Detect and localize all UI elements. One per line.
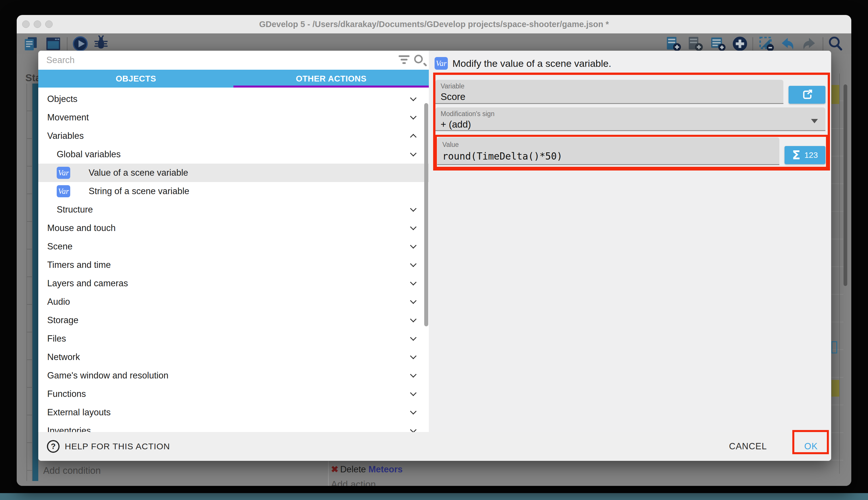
- chevron-down-icon: [410, 113, 417, 120]
- condition-action-divider: [328, 460, 329, 486]
- modification-sign-field[interactable]: Modification's sign + (add): [435, 107, 825, 131]
- event-row-lines: [831, 73, 843, 474]
- list-item-string-of-scene-variable[interactable]: VarString of a scene variable: [38, 182, 429, 201]
- toolbar-separator: [822, 37, 823, 50]
- chevron-down-icon: [410, 408, 417, 415]
- window-title: GDevelop 5 - /Users/dkarakay/Documents/G…: [17, 15, 851, 33]
- list-item-value-of-scene-variable[interactable]: VarValue of a scene variable: [38, 163, 429, 182]
- chevron-down-icon: [410, 95, 417, 101]
- toolbar-separator: [752, 37, 753, 50]
- search-magnifier-icon[interactable]: [414, 55, 423, 64]
- chevron-down-icon: [410, 297, 417, 304]
- chevron-down-icon: [410, 242, 417, 249]
- redo-icon[interactable]: [801, 35, 818, 52]
- play-icon[interactable]: [72, 35, 89, 52]
- cancel-button[interactable]: CANCEL: [729, 432, 767, 461]
- event-indent-bar: [33, 83, 38, 481]
- var-icon: Var: [57, 185, 70, 197]
- search-input[interactable]: [46, 53, 392, 67]
- list-item-objects[interactable]: Objects: [38, 90, 429, 108]
- ok-button[interactable]: OK: [798, 432, 824, 461]
- chevron-down-icon: [410, 390, 417, 396]
- list-item-structure[interactable]: Structure: [38, 201, 429, 219]
- list-item-mouse-and-touch[interactable]: Mouse and touch: [38, 219, 429, 237]
- list-item-variables[interactable]: Variables: [38, 127, 429, 145]
- list-item-files[interactable]: Files: [38, 329, 429, 348]
- delete-x-icon: ✖: [331, 464, 338, 474]
- add-comment-icon[interactable]: [710, 35, 726, 52]
- delete-action-row: ✖Delete Meteors: [331, 464, 403, 475]
- expression-builder-button[interactable]: Σ 123: [785, 146, 825, 164]
- list-item-movement[interactable]: Movement: [38, 108, 429, 127]
- tab-other-actions[interactable]: OTHER ACTIONS: [234, 70, 429, 88]
- open-variable-editor-button[interactable]: [788, 86, 825, 104]
- toolbar-separator: [67, 37, 68, 50]
- search-bar: [38, 51, 429, 70]
- delete-action-object: Meteors: [368, 464, 403, 474]
- scene-editor-icon[interactable]: [45, 35, 62, 52]
- list-item-audio[interactable]: Audio: [38, 293, 429, 311]
- list-item-scene[interactable]: Scene: [38, 237, 429, 256]
- highlighted-event-cell: [831, 380, 839, 397]
- chevron-down-icon: [410, 150, 417, 157]
- chevron-down-icon: [410, 205, 417, 212]
- list-item-timers-and-time[interactable]: Timers and time: [38, 256, 429, 274]
- dropdown-arrow-icon[interactable]: [811, 119, 818, 123]
- chevron-down-icon: [410, 427, 417, 432]
- tab-bar: OBJECTS OTHER ACTIONS: [38, 70, 429, 88]
- delete-action-label: Delete: [340, 464, 366, 474]
- project-manager-icon[interactable]: [23, 35, 40, 52]
- help-label: HELP FOR THIS ACTION: [65, 442, 170, 451]
- events-scrollbar-thumb[interactable]: [844, 84, 847, 286]
- tab-objects[interactable]: OBJECTS: [38, 70, 234, 88]
- value-field[interactable]: Value round(TimeDelta()*50): [437, 137, 779, 165]
- titlebar: GDevelop 5 - /Users/dkarakay/Documents/G…: [17, 15, 851, 33]
- add-action-button: Add action: [331, 479, 376, 486]
- var-icon: Var: [57, 167, 70, 179]
- help-for-this-action-button[interactable]: ? HELP FOR THIS ACTION: [47, 432, 170, 461]
- instruction-editor-dialog: OBJECTS OTHER ACTIONS Objects Movement V…: [38, 51, 831, 461]
- value-field-value: round(TimeDelta()*50): [442, 151, 562, 162]
- list-item-global-variables[interactable]: Global variables: [38, 145, 429, 163]
- add-condition-button: Add condition: [43, 465, 101, 476]
- chevron-down-icon: [410, 334, 417, 341]
- list-item-external-layouts[interactable]: External layouts: [38, 403, 429, 422]
- add-event-icon[interactable]: [665, 35, 682, 52]
- list-item-network[interactable]: Network: [38, 348, 429, 366]
- variable-field[interactable]: Variable Score: [435, 80, 783, 104]
- sigma-icon: Σ: [792, 148, 800, 162]
- debug-icon[interactable]: [93, 35, 109, 52]
- screenshot-root: GDevelop 5 - /Users/dkarakay/Documents/G…: [0, 0, 868, 500]
- chevron-down-icon: [410, 224, 417, 230]
- chevron-down-icon: [410, 279, 417, 286]
- undo-icon[interactable]: [779, 35, 796, 52]
- expression-123-label: 123: [805, 151, 818, 160]
- list-item-inventories[interactable]: Inventories: [38, 422, 429, 432]
- filter-icon[interactable]: [398, 55, 410, 65]
- list-item-layers-and-cameras[interactable]: Layers and cameras: [38, 274, 429, 293]
- list-item-storage[interactable]: Storage: [38, 311, 429, 329]
- add-subevent-icon[interactable]: [687, 35, 704, 52]
- desktop-strip: [0, 493, 868, 500]
- list-scrollbar-thumb[interactable]: [424, 103, 428, 326]
- instruction-config-panel: Var Modify the value of a scene variable…: [429, 51, 831, 432]
- variable-field-label: Variable: [441, 82, 465, 90]
- chevron-down-icon: [410, 353, 417, 360]
- chevron-up-icon: [410, 134, 417, 140]
- add-new-icon[interactable]: [731, 35, 748, 52]
- selected-event-cell: [831, 341, 837, 353]
- modification-sign-label: Modification's sign: [441, 110, 494, 118]
- active-tab-indicator: [233, 86, 429, 88]
- help-question-icon: ?: [47, 440, 60, 453]
- open-in-new-icon: [801, 89, 813, 101]
- search-icon[interactable]: [827, 35, 844, 52]
- modification-sign-value: + (add): [441, 119, 471, 130]
- chevron-down-icon: [410, 371, 417, 378]
- list-item-games-window[interactable]: Game's window and resolution: [38, 366, 429, 385]
- remove-event-icon[interactable]: [758, 35, 775, 52]
- event-column-line: [839, 73, 840, 474]
- highlighted-event-cell: [831, 85, 839, 104]
- list-item-functions[interactable]: Functions: [38, 385, 429, 403]
- value-field-label: Value: [442, 141, 459, 149]
- chevron-down-icon: [410, 261, 417, 267]
